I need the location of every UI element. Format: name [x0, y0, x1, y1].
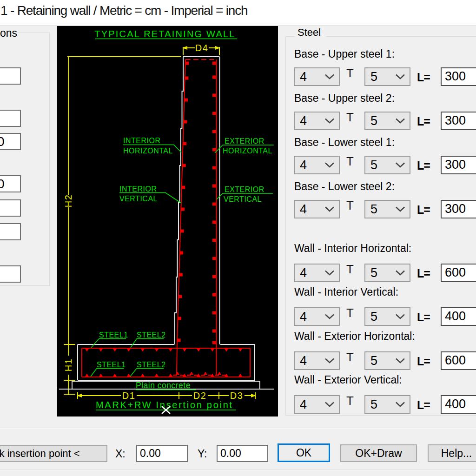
svg-text:STEEL2: STEEL2	[137, 331, 166, 339]
svg-text:EXTERIOR: EXTERIOR	[225, 137, 264, 145]
svg-text:HORIZONTAL: HORIZONTAL	[123, 147, 173, 155]
svg-text:INTERIOR: INTERIOR	[119, 185, 157, 193]
svg-text:VERTICAL: VERTICAL	[119, 195, 158, 203]
svg-text:D2: D2	[193, 390, 207, 401]
svg-text:D4: D4	[195, 43, 209, 53]
svg-text:STEEL2: STEEL2	[137, 361, 166, 369]
svg-text:D1: D1	[122, 390, 136, 401]
svg-text:TYPICAL RETAINING WALL: TYPICAL RETAINING WALL	[94, 29, 235, 39]
svg-text:D3: D3	[230, 390, 244, 401]
svg-text:VERTICAL: VERTICAL	[224, 195, 262, 203]
svg-text:H1: H1	[63, 358, 73, 372]
svg-text:Plain concrete: Plain concrete	[136, 381, 191, 390]
svg-text:H2: H2	[63, 194, 73, 208]
svg-text:HORIZONTAL: HORIZONTAL	[223, 147, 272, 155]
svg-text:STEEL1: STEEL1	[97, 361, 126, 369]
svg-text:EXTERIOR: EXTERIOR	[225, 185, 264, 193]
svg-text:STEEL1: STEEL1	[99, 331, 128, 339]
svg-text:INTERIOR: INTERIOR	[123, 137, 160, 145]
